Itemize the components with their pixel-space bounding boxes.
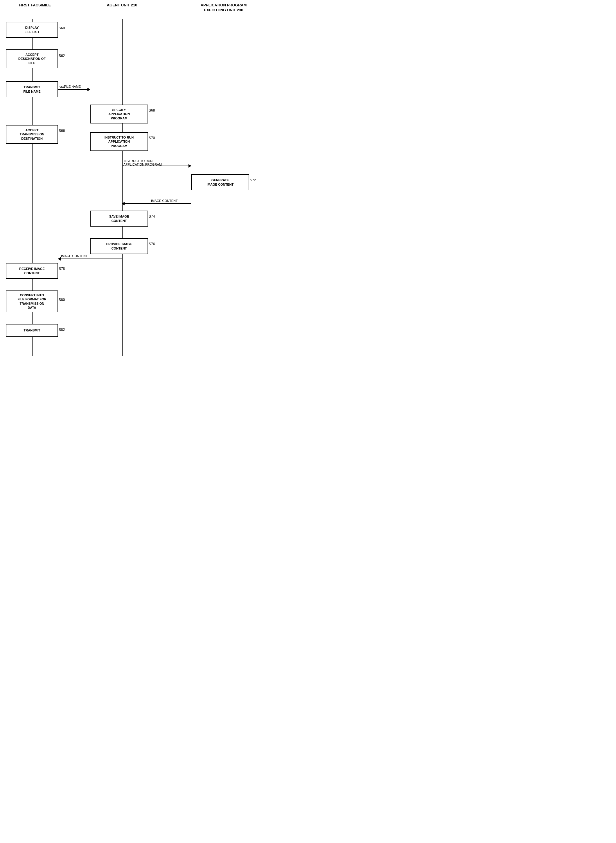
conn-s62-s64: [32, 68, 32, 81]
conn3-generate-down: [221, 190, 221, 203]
box-accept-designation: ACCEPTDESIGNATION OFFILE: [6, 49, 58, 68]
header-col2: AGENT UNIT 210: [99, 3, 145, 8]
box-provide-image: PROVIDE IMAGECONTENT: [90, 238, 148, 254]
step-s74: S74: [149, 214, 155, 219]
conn2-provide-down: [122, 254, 123, 356]
conn-s82-down: [32, 337, 32, 356]
label-file-name: FILE NAME: [64, 85, 81, 88]
conn-s66-down: [32, 144, 32, 258]
arrow-file-name: [58, 89, 90, 90]
step-s60: S60: [59, 26, 65, 30]
box-specify-application: SPECIFYAPPLICATIONPROGRAM: [90, 104, 148, 123]
step-s80: S80: [59, 298, 65, 302]
step-s62: S62: [59, 54, 65, 58]
label-image-content2: IMAGE CONTENT: [61, 254, 88, 258]
header-col1: FIRST FACSIMILE: [6, 3, 64, 8]
step-s82: S82: [59, 328, 65, 332]
conn2-top: [122, 97, 123, 104]
step-s70: S70: [149, 136, 155, 140]
box-transmit: TRANSMIT: [6, 324, 58, 337]
conn2-specify-instruct: [122, 123, 123, 132]
arrow-image-content2: [58, 258, 122, 259]
step-s66: S66: [59, 129, 65, 133]
label-instruct-run: INSTRUCT TO RUNAPPLICATION PROGRAM: [123, 159, 162, 166]
box-accept-transmission: ACCEPTTRANSMISSIONDESTINATION: [6, 125, 58, 144]
conn-s78-s80: [32, 279, 32, 291]
box-instruct-run: INSTRUCT TO RUNAPPLICATIONPROGRAM: [90, 132, 148, 151]
conn-s60-s62: [32, 38, 32, 49]
box-generate-image: GENERATEIMAGE CONTENT: [191, 174, 249, 190]
header-col3: APPLICATION PROGRAMEXECUTING UNIT 230: [195, 3, 253, 13]
step-s78: S78: [59, 267, 65, 271]
box-save-image: SAVE IMAGECONTENT: [90, 211, 148, 226]
box-receive-image: RECEIVE IMAGECONTENT: [6, 263, 58, 279]
conn2-save-provide: [122, 226, 123, 238]
diagram-container: FIRST FACSIMILE AGENT UNIT 210 APPLICATI…: [0, 0, 261, 357]
step-s76: S76: [149, 242, 155, 246]
box-transmit-file-name: TRANSMITFILE NAME: [6, 81, 58, 97]
conn-s80-s82: [32, 312, 32, 324]
label-image-content1: IMAGE CONTENT: [151, 199, 178, 203]
conn-s64-down: [32, 97, 32, 125]
step-s72: S72: [250, 178, 256, 182]
arrow-image-content1: [122, 203, 191, 204]
step-s68: S68: [149, 108, 155, 112]
box-display-file-list: DISPLAYFILE LIST: [6, 22, 58, 38]
box-convert-file: CONVERT INTOFILE FORMAT FORTRANSMISSIOND…: [6, 291, 58, 312]
